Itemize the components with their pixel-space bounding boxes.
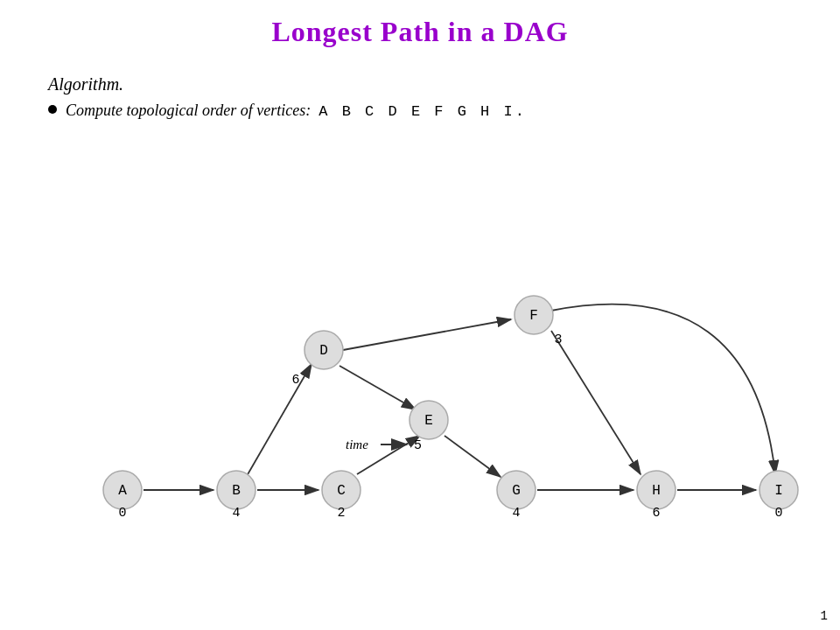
algorithm-section: Algorithm. Compute topological order of … bbox=[48, 74, 527, 120]
node-g-value: 4 bbox=[512, 506, 520, 521]
node-b-value: 4 bbox=[232, 506, 240, 521]
node-d-label: D bbox=[319, 343, 328, 359]
algorithm-heading: Algorithm. bbox=[48, 74, 527, 94]
edge-d-f bbox=[343, 319, 511, 350]
bullet-icon bbox=[48, 105, 57, 114]
edge-f-h bbox=[551, 331, 640, 474]
node-f-value: 3 bbox=[554, 332, 562, 347]
node-h-label: H bbox=[652, 483, 661, 499]
node-c-label: C bbox=[337, 483, 346, 499]
node-h-value: 6 bbox=[652, 506, 660, 521]
bullet-text: Compute topological order of vertices: A… bbox=[66, 102, 527, 120]
edge-f-i bbox=[551, 304, 775, 474]
node-a-label: A bbox=[118, 483, 127, 499]
node-g-label: G bbox=[512, 483, 521, 499]
node-e-label: E bbox=[424, 413, 433, 429]
time-label: time bbox=[346, 438, 368, 452]
edge-e-g bbox=[444, 436, 500, 477]
graph-container: A 0 B 4 C 2 D 6 E F 3 G 4 H 6 I 0 time bbox=[52, 166, 805, 578]
node-b-label: B bbox=[232, 483, 241, 499]
page-title: Longest Path in a DAG bbox=[0, 0, 840, 48]
node-i-label: I bbox=[774, 483, 783, 499]
node-d-value: 6 bbox=[291, 373, 299, 388]
node-e-value: 5 bbox=[414, 438, 422, 453]
node-i-value: 0 bbox=[774, 506, 782, 521]
sequence: A B C D E F G H I. bbox=[318, 103, 527, 120]
node-f-label: F bbox=[529, 308, 538, 324]
edge-b-d bbox=[247, 364, 312, 476]
edge-d-e bbox=[340, 366, 416, 410]
page-number: 1 bbox=[821, 609, 828, 623]
bullet-item: Compute topological order of vertices: A… bbox=[48, 102, 527, 120]
node-a-value: 0 bbox=[118, 506, 126, 521]
node-c-value: 2 bbox=[337, 506, 345, 521]
graph-svg: A 0 B 4 C 2 D 6 E F 3 G 4 H 6 I 0 time bbox=[52, 166, 805, 578]
